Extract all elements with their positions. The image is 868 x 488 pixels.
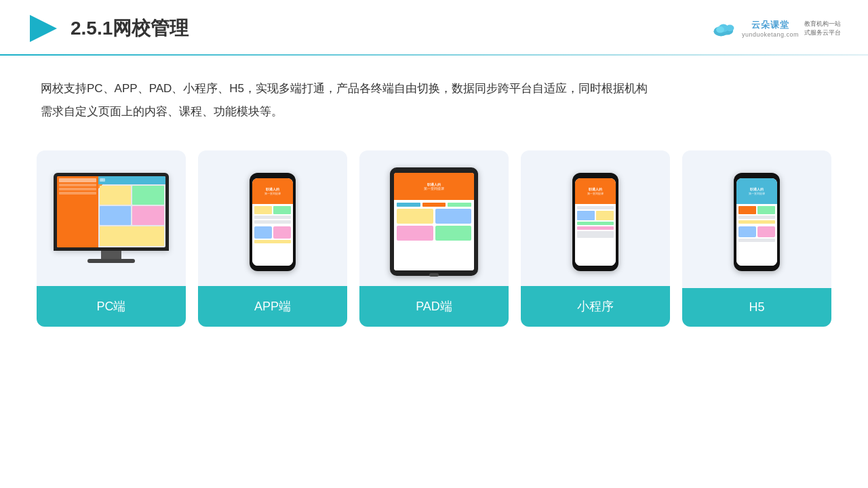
page-title: 2.5.1网校管理 bbox=[71, 16, 189, 41]
card-h5-image: 职通人的 第一堂同提课 bbox=[682, 150, 831, 286]
card-miniprogram-image: 职通人的 第一堂同提课 bbox=[521, 150, 670, 286]
card-miniprogram: 职通人的 第一堂同提课 bbox=[521, 150, 670, 327]
cards-container: 云 PC端 bbox=[0, 137, 868, 327]
card-pad-image: 职通人的 第一堂同提课 bbox=[359, 150, 509, 286]
description-text: 网校支持PC、APP、PAD、小程序、H5，实现多端打通，产品各终端自由切换，数… bbox=[0, 56, 868, 137]
cloud-icon bbox=[712, 19, 736, 38]
phone-mockup-app: 职通人的 第一堂同提课 bbox=[250, 173, 296, 271]
card-app-image: 职通人的 第一堂同提课 bbox=[198, 150, 347, 286]
pc-mockup: 云 bbox=[54, 173, 169, 271]
logo-url: yunduoketang.com bbox=[742, 31, 799, 38]
phone-mockup-h5: 职通人的 第一堂同提课 bbox=[734, 173, 780, 271]
svg-point-4 bbox=[716, 26, 724, 33]
card-pc-image: 云 bbox=[37, 150, 186, 286]
tablet-mockup: 职通人的 第一堂同提课 bbox=[390, 167, 478, 276]
svg-point-5 bbox=[726, 25, 734, 32]
card-pad: 职通人的 第一堂同提课 bbox=[359, 150, 509, 327]
logo-tagline: 教育机构一站式服务云平台 bbox=[804, 20, 841, 37]
logo-area: 云朵课堂 yunduoketang.com 教育机构一站式服务云平台 bbox=[712, 19, 841, 38]
card-h5-label: H5 bbox=[682, 288, 831, 327]
header-left: 2.5.1网校管理 bbox=[27, 12, 189, 45]
logo-name: 云朵课堂 bbox=[751, 19, 789, 31]
card-app-label: APP端 bbox=[198, 286, 347, 327]
page-header: 2.5.1网校管理 云朵课堂 yunduoketang.com 教育机构一站式服… bbox=[0, 0, 868, 45]
logo-text-block: 云朵课堂 yunduoketang.com bbox=[742, 19, 799, 38]
play-icon bbox=[27, 12, 60, 45]
card-pc-label: PC端 bbox=[37, 286, 186, 327]
card-pad-label: PAD端 bbox=[359, 286, 509, 327]
svg-marker-0 bbox=[30, 15, 57, 42]
card-app: 职通人的 第一堂同提课 bbox=[198, 150, 347, 327]
card-pc: 云 PC端 bbox=[37, 150, 186, 327]
card-h5: 职通人的 第一堂同提课 bbox=[682, 150, 831, 327]
phone-mockup-mini: 职通人的 第一堂同提课 bbox=[572, 173, 618, 271]
card-miniprogram-label: 小程序 bbox=[521, 286, 670, 327]
